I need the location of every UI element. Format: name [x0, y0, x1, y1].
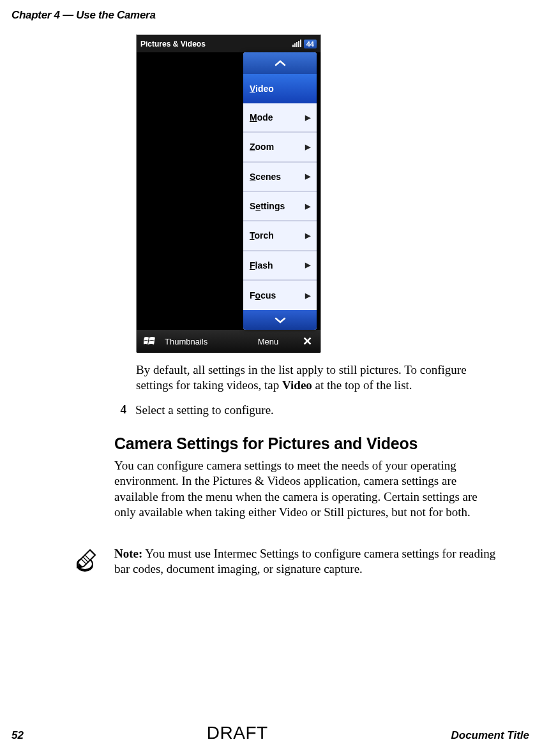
menu-label: Torch: [250, 230, 274, 241]
phone-screenshot: Pictures & Videos 44 Video Mode ▶ Zoom ▶: [136, 34, 321, 352]
submenu-arrow-icon: ▶: [305, 143, 310, 151]
svg-rect-2: [296, 42, 297, 47]
svg-rect-4: [300, 40, 301, 47]
phone-softkey-bar: Thumbnails Menu ✕: [137, 330, 320, 353]
document-title: Document Title: [451, 729, 529, 742]
menu-label: Video: [250, 84, 274, 94]
note-block: Note: You must use Intermec Settings to …: [75, 546, 496, 577]
clock-badge: 44: [304, 40, 317, 48]
numbered-step: 4 Select a setting to configure.: [117, 403, 494, 418]
submenu-arrow-icon: ▶: [305, 292, 310, 300]
app-title: Pictures & Videos: [140, 40, 206, 48]
menu-item-focus[interactable]: Focus ▶: [243, 281, 317, 310]
step-number: 4: [117, 403, 126, 418]
draft-watermark: DRAFT: [207, 723, 268, 743]
menu-label: Zoom: [250, 142, 274, 152]
menu-label: Mode: [250, 112, 273, 122]
submenu-arrow-icon: ▶: [305, 202, 310, 211]
phone-viewport: Video Mode ▶ Zoom ▶ Scenes ▶ Settings ▶ …: [137, 52, 320, 330]
menu-scroll-down[interactable]: [243, 310, 317, 330]
thumbnails-softkey[interactable]: Thumbnails: [163, 337, 243, 346]
svg-rect-1: [294, 43, 296, 47]
camera-menu-panel: Video Mode ▶ Zoom ▶ Scenes ▶ Settings ▶ …: [243, 52, 317, 330]
pencil-note-icon: [75, 547, 102, 577]
svg-rect-0: [292, 45, 294, 47]
submenu-arrow-icon: ▶: [305, 232, 310, 240]
submenu-arrow-icon: ▶: [305, 114, 310, 122]
submenu-arrow-icon: ▶: [305, 261, 310, 269]
signal-icon: [292, 40, 301, 48]
section-heading: Camera Settings for Pictures and Videos: [114, 434, 418, 453]
start-button[interactable]: [137, 336, 163, 346]
menu-item-torch[interactable]: Torch ▶: [243, 221, 317, 251]
paragraph: You can configure camera settings to mee…: [114, 458, 497, 520]
paragraph: By default, all settings in the list app…: [136, 362, 493, 394]
menu-item-scenes[interactable]: Scenes ▶: [243, 163, 317, 192]
note-text: Note: You must use Intermec Settings to …: [114, 546, 496, 577]
menu-scroll-up[interactable]: [243, 52, 317, 74]
menu-label: Settings: [250, 201, 285, 211]
chevron-up-icon: [275, 60, 286, 66]
page-footer: 52 DRAFT Document Title: [11, 723, 529, 743]
svg-rect-3: [298, 41, 299, 47]
menu-item-settings[interactable]: Settings ▶: [243, 192, 317, 221]
phone-titlebar: Pictures & Videos 44: [137, 35, 320, 52]
menu-item-video[interactable]: Video: [243, 74, 317, 103]
menu-item-flash[interactable]: Flash ▶: [243, 251, 317, 281]
chapter-header: Chapter 4 — Use the Camera: [11, 9, 156, 22]
menu-item-mode[interactable]: Mode ▶: [243, 103, 317, 133]
menu-label: Focus: [250, 290, 276, 300]
menu-label: Scenes: [250, 172, 281, 182]
close-softkey[interactable]: ✕: [294, 334, 320, 348]
step-text: Select a setting to configure.: [135, 403, 274, 418]
windows-flag-icon: [144, 336, 156, 346]
page-number: 52: [11, 729, 24, 742]
menu-label: Flash: [250, 260, 273, 271]
chevron-down-icon: [275, 317, 286, 323]
menu-item-zoom[interactable]: Zoom ▶: [243, 133, 317, 162]
menu-softkey[interactable]: Menu: [243, 337, 294, 346]
submenu-arrow-icon: ▶: [305, 172, 310, 181]
